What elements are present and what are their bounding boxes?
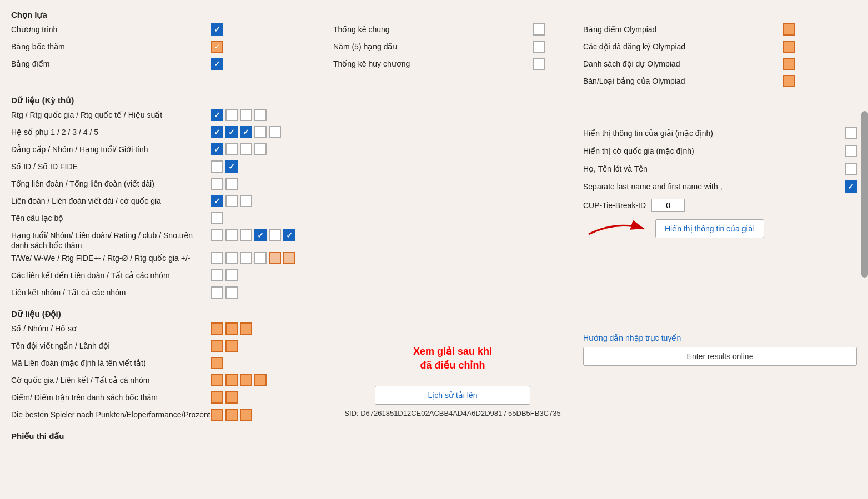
cb-clk-1[interactable]	[211, 269, 223, 281]
cb-ht-2[interactable]	[225, 229, 238, 241]
cb-danh-sach-doi-olympiad[interactable]	[783, 58, 795, 70]
cb-ld-3[interactable]	[240, 195, 252, 207]
label-ma-lien-doan: Mã Liên đoàn (mặc định là tên viết tắt)	[11, 357, 211, 368]
cb-twe-1[interactable]	[211, 252, 223, 264]
cb-sid-1[interactable]	[211, 160, 223, 173]
row-chuong-trinh: Chương trình	[11, 23, 322, 39]
label-hang-tuoi: Hạng tuổi/ Nhóm/ Liên đoàn/ Rating / clu…	[11, 229, 211, 250]
cb-dt-2[interactable]	[225, 391, 238, 404]
cb-rtg-3[interactable]	[240, 109, 252, 121]
cb-dt-1[interactable]	[211, 391, 223, 404]
btn-display-info[interactable]: Hiển thị thông tin của giải	[655, 219, 764, 238]
cb-tdvn-2[interactable]	[225, 340, 238, 352]
section-title-du-lieu-ky-thu: Dữ liệu (Kỳ thủ)	[11, 95, 857, 105]
cb-nam-5-hang-dau[interactable]	[533, 41, 545, 53]
col-middle-top: Thống kê chung Năm (5) hạng đầu Thống kê…	[322, 23, 572, 92]
cb-rtg-4[interactable]	[254, 109, 267, 121]
label-lien-doan: Liên đoàn / Liên đoàn viết dài / cờ quốc…	[11, 195, 211, 206]
cb-snhs-1[interactable]	[211, 322, 223, 335]
cb-hien-thi-thong-tin[interactable]	[845, 127, 857, 139]
row-he-so-phu: Hệ số phụ 1 / 2 / 3 / 4 / 5	[11, 126, 322, 142]
cb-bang-diem-1[interactable]	[211, 58, 223, 70]
cb-snhs-2[interactable]	[225, 322, 238, 335]
col-right-doi: Hướng dẫn nhập trực tuyến Enter results …	[572, 322, 857, 426]
row-separate-last-name: Separate last name and first name with ,	[583, 179, 857, 194]
cb-dbs-3[interactable]	[240, 409, 252, 421]
cb-rtg-1[interactable]	[211, 109, 223, 121]
cb-ban-loai-bang-olympiad[interactable]	[783, 75, 795, 87]
cbs-bang-diem	[211, 58, 223, 70]
label-cac-lien-ket: Các liên kết đến Liên đoàn / Tất cả các …	[11, 269, 211, 280]
cb-hsp-5[interactable]	[269, 126, 281, 138]
label-nam-5-hang-dau: Năm (5) hạng đầu	[333, 41, 533, 52]
cb-cqg-1[interactable]	[211, 374, 223, 386]
row-hang-tuoi: Hạng tuổi/ Nhóm/ Liên đoàn/ Rating / clu…	[11, 229, 322, 250]
cb-clk-2[interactable]	[225, 269, 238, 281]
cb-cac-doi-olympiad[interactable]	[783, 41, 795, 53]
btn-history[interactable]: Lịch sử tải lên	[375, 386, 530, 405]
row-thong-ke-chung: Thống kê chung	[333, 23, 572, 39]
cb-tdvn-1[interactable]	[211, 340, 223, 352]
cb-ht-4[interactable]	[254, 229, 267, 241]
cb-twe-3[interactable]	[240, 252, 252, 264]
row-so-nhom-ho-so: Số / Nhóm / Hồ sơ	[11, 322, 322, 338]
cb-twe-4[interactable]	[254, 252, 267, 264]
cb-dc-4[interactable]	[254, 143, 267, 155]
cb-snhs-3[interactable]	[240, 322, 252, 335]
cb-twe-2[interactable]	[225, 252, 238, 264]
label-ho-ten-lot: Họ, Tên lót và Tên	[583, 164, 839, 173]
label-lien-ket-nhom: Liên kết nhóm / Tất cả các nhóm	[11, 286, 211, 298]
cb-thong-ke-huy-chuong[interactable]	[533, 58, 545, 70]
cb-clb-1[interactable]	[211, 212, 223, 224]
cb-ht-1[interactable]	[211, 229, 223, 241]
cb-ht-5[interactable]	[269, 229, 281, 241]
cb-dbs-2[interactable]	[225, 409, 238, 421]
label-diem-tran: Điểm/ Điểm trận trên danh sách bốc thăm	[11, 391, 211, 402]
page-container: Chọn lựa Chương trình Bảng bốc thăm Bảng…	[0, 0, 868, 499]
cb-chuong-trinh-1[interactable]	[211, 23, 223, 36]
cb-ho-ten-lot[interactable]	[845, 163, 857, 175]
cb-twe-5[interactable]	[269, 252, 281, 264]
cb-ld-2[interactable]	[225, 195, 238, 207]
xem-giai-text: Xem giải sau khi đã điều chỉnh	[413, 345, 492, 372]
cb-cqg-4[interactable]	[254, 374, 267, 386]
cb-cqg-3[interactable]	[240, 374, 252, 386]
label-separate-last-name: Separate last name and first name with ,	[583, 182, 839, 191]
link-guide[interactable]: Hướng dẫn nhập trực tuyến	[583, 334, 857, 342]
cb-hsp-1[interactable]	[211, 126, 223, 138]
red-arrow-icon	[583, 218, 650, 240]
label-chuong-trinh: Chương trình	[11, 23, 211, 34]
cb-ld-1[interactable]	[211, 195, 223, 207]
scrollbar[interactable]	[861, 111, 868, 278]
cb-hsp-4[interactable]	[254, 126, 267, 138]
label-so-nhom-ho-so: Số / Nhóm / Hồ sơ	[11, 322, 211, 334]
cb-ht-3[interactable]	[240, 229, 252, 241]
cb-thong-ke-chung[interactable]	[533, 23, 545, 36]
cb-bang-boc-tham-1[interactable]	[211, 41, 223, 53]
cup-tie-input[interactable]	[651, 199, 685, 212]
btn-enter-results[interactable]: Enter results online	[583, 347, 857, 366]
cb-separate-last-name[interactable]	[845, 180, 857, 193]
row-diem-tran: Điểm/ Điểm trận trên danh sách bốc thăm	[11, 391, 322, 407]
cb-sid-2[interactable]	[225, 160, 238, 173]
cb-dc-1[interactable]	[211, 143, 223, 155]
row-ten-doi-viet-ngan: Tên đội viết ngắn / Lãnh đội	[11, 340, 322, 355]
cb-ht-6[interactable]	[283, 229, 295, 241]
cb-rtg-2[interactable]	[225, 109, 238, 121]
cb-dc-3[interactable]	[240, 143, 252, 155]
cb-hien-thi-co[interactable]	[845, 145, 857, 157]
cb-bang-diem-olympiad[interactable]	[783, 23, 795, 36]
row-danh-sach-doi-olympiad: Danh sách đội dự Olympiad	[583, 58, 857, 73]
cb-lkn-1[interactable]	[211, 286, 223, 299]
cb-cqg-2[interactable]	[225, 374, 238, 386]
cb-dbs-1[interactable]	[211, 409, 223, 421]
cb-mld-1[interactable]	[211, 357, 223, 369]
cb-dc-2[interactable]	[225, 143, 238, 155]
cb-twe-6[interactable]	[283, 252, 295, 264]
cb-lkn-2[interactable]	[225, 286, 238, 299]
cb-tld-2[interactable]	[225, 178, 238, 190]
cb-hsp-3[interactable]	[240, 126, 252, 138]
col-middle-doi: Xem giải sau khi đã điều chỉnh Lịch sử t…	[322, 322, 572, 426]
cb-hsp-2[interactable]	[225, 126, 238, 138]
cb-tld-1[interactable]	[211, 178, 223, 190]
